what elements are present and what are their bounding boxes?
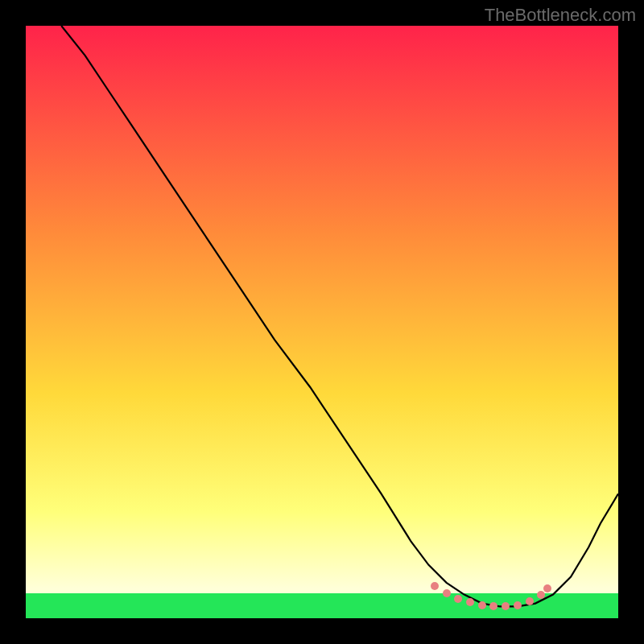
chart-plot-area [26,26,618,618]
optimal-zone-dots [26,26,618,618]
optimal-marker-dot [489,602,497,610]
optimal-marker-dot [478,601,486,609]
optimal-marker-dot [466,598,474,606]
optimal-marker-dot [443,589,451,597]
optimal-marker-dot [543,584,551,592]
optimal-marker-dot [431,582,439,590]
optimal-marker-dot [526,597,534,605]
watermark-text: TheBottleneck.com [485,5,636,26]
optimal-marker-dot [454,595,462,603]
optimal-marker-dot [502,602,510,610]
optimal-marker-dot [514,601,522,609]
